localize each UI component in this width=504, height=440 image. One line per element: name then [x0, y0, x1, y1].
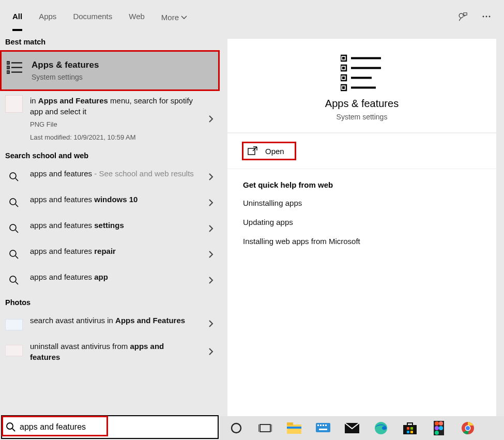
- help-link-installing[interactable]: Installing web apps from Microsoft: [243, 237, 481, 246]
- svg-line-22: [16, 282, 18, 284]
- section-school-web: Search school and web: [0, 146, 220, 164]
- chrome-browser-icon[interactable]: [460, 420, 476, 436]
- preview-subtitle: System settings: [337, 113, 388, 121]
- svg-line-24: [12, 429, 15, 431]
- web-result-text: apps and features windows 10: [30, 194, 215, 205]
- svg-point-60: [439, 421, 443, 426]
- web-result-text: apps and features - See school and web r…: [30, 168, 215, 179]
- preview-title: Apps & features: [325, 98, 399, 110]
- mail-icon[interactable]: [344, 420, 360, 436]
- svg-rect-29: [342, 67, 345, 69]
- web-result-repair[interactable]: apps and features repair: [0, 241, 220, 267]
- photo-result-text: search avast antivirus in Apps and Featu…: [30, 315, 215, 326]
- svg-rect-35: [342, 86, 345, 89]
- svg-rect-43: [287, 422, 293, 426]
- svg-point-38: [232, 423, 241, 433]
- chevron-right-icon: [208, 115, 213, 123]
- chevron-right-icon: [208, 276, 213, 284]
- svg-rect-49: [325, 424, 327, 426]
- photo-result-uninstall-avast[interactable]: uninstall avast antivirus from apps and …: [0, 337, 220, 367]
- svg-rect-44: [287, 427, 301, 429]
- svg-rect-5: [8, 63, 9, 64]
- task-view-icon[interactable]: [257, 420, 273, 436]
- svg-rect-11: [8, 72, 9, 73]
- tab-web[interactable]: Web: [129, 2, 145, 31]
- tab-more[interactable]: More: [161, 2, 187, 31]
- help-section-title: Get quick help from web: [243, 180, 481, 189]
- search-icon: [5, 194, 23, 211]
- photo-result-search-avast[interactable]: search avast antivirus in Apps and Featu…: [0, 311, 220, 337]
- svg-point-13: [10, 173, 16, 179]
- svg-line-20: [16, 256, 18, 259]
- file-result[interactable]: in Apps and Features menu, search for sp…: [0, 91, 220, 146]
- taskbar: [220, 416, 504, 440]
- best-match-subtitle: System settings: [32, 72, 194, 83]
- feedback-icon[interactable]: [457, 11, 468, 22]
- edge-browser-icon[interactable]: [373, 420, 389, 436]
- search-box[interactable]: [1, 415, 219, 439]
- file-result-title: in Apps and Features menu, search for sp…: [30, 95, 196, 117]
- web-result-app[interactable]: apps and features app: [0, 267, 220, 293]
- svg-line-16: [16, 204, 18, 207]
- svg-point-15: [10, 199, 16, 205]
- svg-point-0: [459, 13, 463, 18]
- photo-thumbnail: [5, 341, 23, 358]
- web-result-windows10[interactable]: apps and features windows 10: [0, 190, 220, 216]
- best-match-result[interactable]: Apps & features System settings: [0, 50, 220, 91]
- figma-icon[interactable]: [431, 420, 447, 436]
- web-result-settings[interactable]: apps and features settings: [0, 216, 220, 241]
- scope-tabs: All Apps Documents Web More: [12, 2, 187, 31]
- preview-header: Apps & features System settings: [227, 39, 496, 133]
- web-result-see-results[interactable]: apps and features - See school and web r…: [0, 164, 220, 190]
- apps-features-list-icon: [341, 54, 383, 92]
- search-icon: [5, 220, 23, 237]
- search-input[interactable]: [20, 422, 218, 432]
- svg-point-21: [10, 276, 16, 282]
- chevron-down-icon: [181, 14, 187, 21]
- section-best-match: Best match: [0, 33, 220, 50]
- svg-rect-32: [342, 77, 345, 79]
- help-link-updating[interactable]: Updating apps: [243, 218, 481, 226]
- chevron-right-icon: [208, 173, 213, 181]
- tab-all[interactable]: All: [12, 2, 22, 31]
- tab-documents[interactable]: Documents: [73, 2, 112, 31]
- file-result-type: PNG File: [30, 120, 196, 129]
- open-button[interactable]: Open: [242, 142, 296, 160]
- help-link-uninstalling[interactable]: Uninstalling apps: [243, 199, 481, 207]
- svg-point-17: [10, 224, 16, 231]
- web-result-text: apps and features app: [30, 271, 215, 282]
- open-button-label: Open: [265, 147, 284, 156]
- chevron-right-icon: [208, 320, 213, 328]
- web-result-text: apps and features repair: [30, 246, 215, 256]
- svg-rect-48: [323, 424, 324, 426]
- svg-rect-56: [407, 431, 409, 433]
- svg-rect-54: [407, 427, 409, 430]
- search-icon: [5, 246, 23, 263]
- svg-rect-37: [248, 148, 255, 155]
- tab-apps[interactable]: Apps: [39, 2, 56, 31]
- chevron-right-icon: [208, 250, 213, 259]
- results-pane: Best match Apps & features System settin…: [0, 33, 220, 440]
- open-external-icon: [248, 146, 258, 156]
- chevron-right-icon: [208, 347, 213, 356]
- photo-thumbnail: [5, 315, 23, 332]
- svg-line-14: [16, 178, 18, 181]
- file-explorer-icon[interactable]: [286, 420, 302, 436]
- search-header: All Apps Documents Web More: [0, 0, 504, 33]
- photo-result-text: uninstall avast antivirus from apps and …: [30, 341, 215, 362]
- svg-point-19: [10, 250, 16, 256]
- microsoft-store-icon[interactable]: [402, 420, 418, 436]
- more-options-icon[interactable]: [481, 11, 492, 22]
- best-match-title: Apps & features: [32, 59, 194, 71]
- search-icon: [5, 168, 23, 186]
- cortana-icon[interactable]: [228, 420, 245, 436]
- chevron-right-icon: [208, 199, 213, 207]
- search-icon: [5, 271, 23, 289]
- apps-features-list-icon: [7, 59, 24, 77]
- file-result-modified: Last modified: 10/9/2021, 10:59 AM: [30, 133, 196, 142]
- on-screen-keyboard-icon[interactable]: [315, 420, 331, 436]
- svg-rect-53: [403, 425, 417, 434]
- svg-rect-39: [260, 424, 270, 432]
- search-icon: [2, 422, 20, 432]
- chevron-right-icon: [208, 224, 213, 233]
